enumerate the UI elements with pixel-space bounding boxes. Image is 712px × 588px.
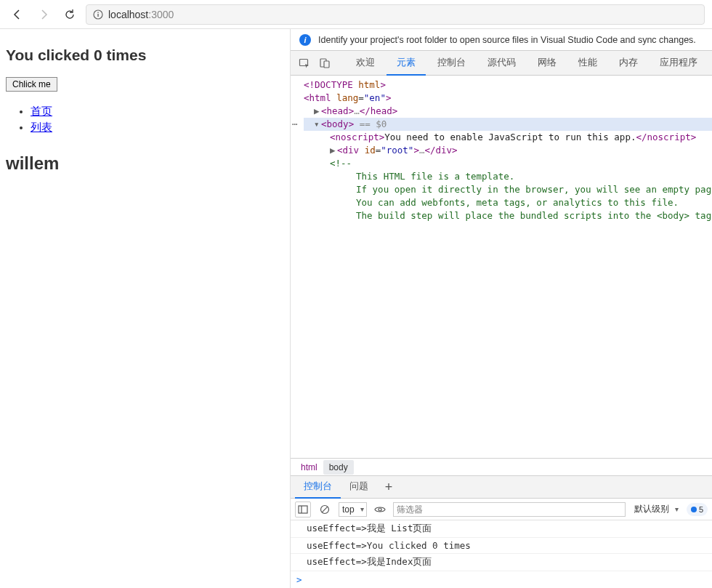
tab-elements[interactable]: 元素 bbox=[387, 51, 426, 76]
svg-line-9 bbox=[322, 507, 328, 512]
arrow-right-icon bbox=[38, 9, 49, 20]
devtools-info-bar[interactable]: i Identify your project's root folder to… bbox=[291, 29, 712, 51]
tab-sources[interactable]: 源代码 bbox=[477, 51, 526, 76]
console-toolbar: top 默认级别 5 bbox=[291, 499, 712, 520]
svg-rect-2 bbox=[97, 12, 98, 12]
console-prompt[interactable]: > bbox=[291, 571, 712, 588]
tab-performance[interactable]: 性能 bbox=[568, 51, 607, 76]
live-expression-icon[interactable] bbox=[373, 502, 387, 517]
back-button[interactable] bbox=[7, 4, 28, 25]
info-icon: i bbox=[299, 34, 311, 46]
filter-input[interactable] bbox=[393, 502, 626, 517]
dom-node[interactable]: ▶<div id="root">…</div> bbox=[304, 144, 712, 157]
drawer-tab-issues[interactable]: 问题 bbox=[341, 475, 377, 499]
issues-badge[interactable]: 5 bbox=[687, 503, 708, 516]
add-drawer-tab-button[interactable]: + bbox=[380, 478, 397, 496]
nav-link-home[interactable]: 首页 bbox=[31, 105, 52, 117]
tab-memory[interactable]: 内存 bbox=[609, 51, 648, 76]
dom-node[interactable]: <!DOCTYPE html> bbox=[304, 78, 712, 92]
log-level-select[interactable]: 默认级别 bbox=[631, 502, 681, 517]
breadcrumb-html[interactable]: html bbox=[295, 460, 323, 475]
info-bar-text: Identify your project's root folder to o… bbox=[318, 35, 696, 45]
click-count-heading: You clicked 0 times bbox=[6, 47, 284, 64]
console-messages: useEffect=>我是 List页面 useEffect=>You clic… bbox=[291, 520, 712, 571]
forward-button[interactable] bbox=[33, 4, 54, 25]
dom-comment-line: The build step will place the bundled sc… bbox=[304, 209, 712, 222]
tab-console[interactable]: 控制台 bbox=[427, 51, 476, 76]
svg-rect-5 bbox=[324, 61, 329, 68]
svg-rect-6 bbox=[299, 506, 307, 513]
list-item: 首页 bbox=[31, 105, 284, 118]
dom-comment-line: You can add webfonts, meta tags, or anal… bbox=[304, 196, 712, 209]
breadcrumb-body[interactable]: body bbox=[323, 460, 354, 475]
tab-application[interactable]: 应用程序 bbox=[650, 51, 708, 76]
chevron-right-icon: > bbox=[296, 574, 302, 585]
info-circle-icon bbox=[92, 9, 104, 20]
devtools-tabs: 欢迎 元素 控制台 源代码 网络 性能 内存 应用程序 bbox=[291, 51, 712, 76]
sidebar-toggle-icon[interactable] bbox=[295, 502, 311, 517]
click-me-button[interactable]: Chlick me bbox=[6, 77, 57, 92]
dom-node[interactable]: ▶<head>…</head> bbox=[304, 105, 712, 118]
clear-console-icon[interactable] bbox=[317, 502, 333, 517]
reload-button[interactable] bbox=[60, 4, 80, 25]
dom-node[interactable]: <noscript>You need to enable JavaScript … bbox=[304, 131, 712, 144]
drawer-tabs: 控制台 问题 + bbox=[291, 475, 712, 499]
console-message[interactable]: useEffect=>You clicked 0 times bbox=[291, 538, 712, 554]
svg-rect-1 bbox=[97, 14, 98, 17]
dom-tree[interactable]: <!DOCTYPE html> <html lang="en"> ▶<head>… bbox=[291, 76, 712, 458]
reload-icon bbox=[64, 9, 76, 20]
svg-point-10 bbox=[379, 508, 381, 511]
badge-count: 5 bbox=[699, 505, 703, 514]
device-toggle-icon[interactable] bbox=[315, 54, 334, 73]
address-bar[interactable]: localhost:3000 bbox=[86, 4, 705, 25]
dom-comment-line: This HTML file is a template. bbox=[304, 170, 712, 183]
browser-toolbar: localhost:3000 bbox=[0, 0, 712, 29]
nav-link-list[interactable]: 列表 bbox=[31, 121, 52, 133]
badge-dot-icon bbox=[691, 507, 697, 512]
page-content: You clicked 0 times Chlick me 首页 列表 will… bbox=[0, 29, 291, 588]
name-heading: willem bbox=[6, 153, 284, 174]
console-message[interactable]: useEffect=>我是 List页面 bbox=[291, 520, 712, 538]
dom-comment[interactable]: <!-- bbox=[304, 157, 712, 170]
address-text: localhost:3000 bbox=[108, 9, 174, 20]
console-message[interactable]: useEffect=>我是Index页面 bbox=[291, 554, 712, 571]
breadcrumb: html body bbox=[291, 458, 712, 475]
nav-list: 首页 列表 bbox=[31, 105, 284, 134]
dom-node[interactable]: <html lang="en"> bbox=[304, 92, 712, 105]
context-select[interactable]: top bbox=[339, 502, 367, 517]
tab-welcome[interactable]: 欢迎 bbox=[346, 51, 385, 76]
dom-node-selected[interactable]: ⋯▾<body> == $0 bbox=[304, 118, 712, 131]
dom-comment-line: If you open it directly in the browser, … bbox=[304, 183, 712, 196]
drawer-tab-console[interactable]: 控制台 bbox=[295, 475, 341, 499]
tab-network[interactable]: 网络 bbox=[527, 51, 567, 76]
devtools: i Identify your project's root folder to… bbox=[291, 29, 712, 588]
list-item: 列表 bbox=[31, 121, 284, 134]
arrow-left-icon bbox=[12, 9, 23, 20]
inspect-element-icon[interactable] bbox=[295, 54, 314, 73]
